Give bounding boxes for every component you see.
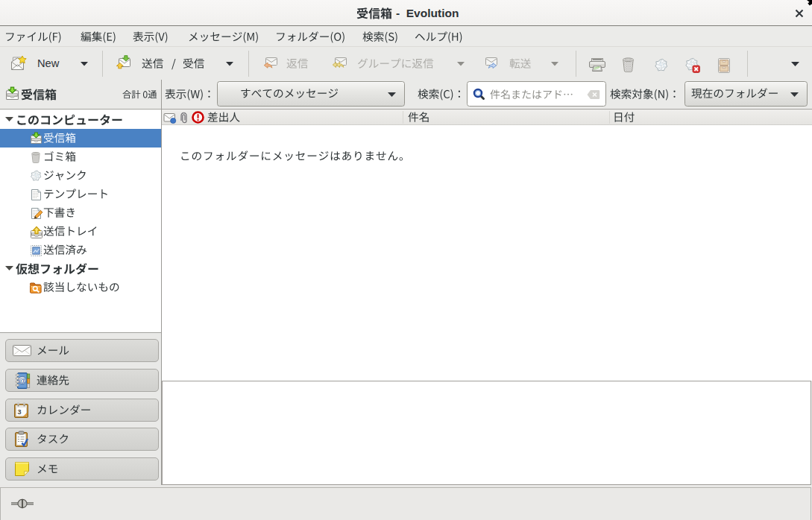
svg-text:3: 3 (17, 408, 21, 415)
svg-text:@: @ (19, 376, 26, 384)
